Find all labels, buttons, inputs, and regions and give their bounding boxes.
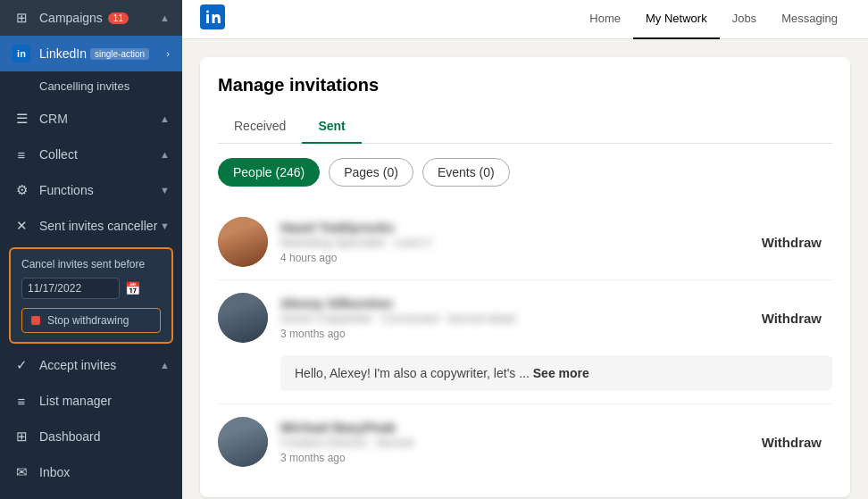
sidebar-item-inbox[interactable]: ✉ Inbox	[0, 454, 182, 490]
linkedin-logo	[200, 4, 225, 35]
dashboard-icon: ⊞	[13, 428, 30, 445]
sidebar-item-crm[interactable]: ☰ CRM ▲	[0, 101, 182, 137]
invite-info: Alexey Silkoreton Senior Copywriter · Co…	[280, 295, 751, 340]
topnav-home[interactable]: Home	[577, 0, 633, 39]
sidebar-item-list-manager[interactable]: ≡ List manager	[0, 383, 182, 419]
collect-label: Collect	[39, 147, 78, 162]
topnav-jobs[interactable]: Jobs	[720, 0, 769, 39]
close-icon: ✕	[13, 217, 30, 235]
campaigns-chevron: ▲	[160, 12, 170, 23]
stop-withdrawing-button[interactable]: Stop withdrawing	[21, 308, 161, 333]
invite-row: Michael BazyPeak Creative Director · blu…	[218, 404, 832, 479]
invite-info: Michael BazyPeak Creative Director · blu…	[280, 420, 751, 464]
filter-pages[interactable]: Pages (0)	[329, 158, 413, 187]
sidebar-item-dashboard[interactable]: ⊞ Dashboard	[0, 419, 182, 454]
invite-time: 3 months ago	[280, 452, 751, 464]
calendar-icon: 📅	[125, 281, 140, 295]
sidebar-item-sent-invites-canceller[interactable]: ✕ Sent invites canceller ▼	[0, 208, 182, 244]
invite-name: Michael BazyPeak	[280, 420, 751, 435]
filter-people[interactable]: People (246)	[218, 158, 320, 187]
sidebar-item-accept-invites[interactable]: ✓ Accept invites ▲	[0, 347, 182, 383]
collect-chevron: ▲	[160, 149, 170, 160]
withdraw-button[interactable]: Withdraw	[751, 229, 832, 255]
cancel-box-label: Cancel invites sent before	[21, 258, 161, 270]
main-content: Home My Network Jobs Messaging Manage in…	[182, 0, 868, 499]
manage-area: Manage invitations Received Sent People …	[182, 39, 868, 499]
message-preview: Hello, Alexey! I'm also a copywriter, le…	[280, 355, 832, 391]
topnav-messaging[interactable]: Messaging	[769, 0, 850, 39]
filter-events[interactable]: Events (0)	[422, 158, 510, 187]
sidebar-item-settings[interactable]: ⚙ Settings ▲	[0, 490, 182, 499]
inbox-label: Inbox	[39, 465, 70, 479]
cancelling-invites-label: Cancelling invites	[39, 79, 129, 93]
manage-card: Manage invitations Received Sent People …	[200, 57, 850, 497]
sidebar-item-functions[interactable]: ⚙ Functions ▼	[0, 172, 182, 208]
list-manager-label: List manager	[39, 394, 112, 408]
crm-chevron: ▲	[160, 113, 170, 124]
crm-icon: ☰	[13, 110, 30, 128]
stop-withdrawing-label: Stop withdrawing	[47, 314, 129, 327]
sidebar-item-cancelling-invites[interactable]: Cancelling invites	[0, 71, 182, 101]
accept-icon: ✓	[13, 356, 30, 374]
manage-title: Manage invitations	[218, 75, 832, 96]
invite-time: 4 hours ago	[280, 252, 751, 264]
sent-invites-canceller-chevron: ▼	[160, 220, 170, 231]
sidebar-item-collect[interactable]: ≡ Collect ▲	[0, 137, 182, 172]
functions-chevron: ▼	[160, 185, 170, 195]
inbox-icon: ✉	[13, 463, 30, 481]
filter-row: People (246) Pages (0) Events (0)	[218, 158, 832, 187]
list-icon: ≡	[13, 392, 30, 410]
invite-detail: Senior Copywriter · Connected · blurred …	[280, 312, 751, 325]
tab-sent[interactable]: Sent	[302, 110, 361, 144]
sidebar: ⊞ Campaigns 11 ▲ in LinkedIn single-acti…	[0, 0, 182, 499]
invite-time: 3 months ago	[280, 328, 751, 340]
campaigns-label: Campaigns	[39, 11, 103, 25]
invite-row: Alexey Silkoreton Senior Copywriter · Co…	[218, 280, 832, 404]
functions-icon: ⚙	[13, 181, 30, 199]
invite-name: Hazel Toddyrocks	[280, 220, 751, 235]
accept-invites-label: Accept invites	[39, 358, 116, 372]
linkedin-label: LinkedIn	[39, 46, 87, 61]
invite-detail: Marketing Specialist · Level 2	[280, 236, 751, 249]
accept-invites-chevron: ▲	[160, 360, 170, 370]
invitation-tabs: Received Sent	[218, 110, 832, 144]
avatar	[218, 217, 268, 267]
stop-dot-icon	[31, 316, 40, 325]
dashboard-label: Dashboard	[39, 429, 101, 444]
avatar	[218, 417, 268, 467]
functions-label: Functions	[39, 183, 94, 197]
sidebar-item-linkedin[interactable]: in LinkedIn single-action ›	[0, 36, 182, 71]
linkedin-icon: in	[13, 45, 30, 62]
invite-row: Hazel Toddyrocks Marketing Specialist · …	[218, 204, 832, 280]
topnav-my-network[interactable]: My Network	[633, 0, 720, 39]
avatar	[218, 293, 268, 343]
withdraw-button[interactable]: Withdraw	[751, 429, 832, 455]
invite-detail: Creative Director · blurred	[280, 436, 751, 449]
see-more-link[interactable]: See more	[533, 366, 589, 380]
invite-info: Hazel Toddyrocks Marketing Specialist · …	[280, 220, 751, 264]
date-input[interactable]	[21, 278, 120, 299]
invite-name: Alexey Silkoreton	[280, 295, 751, 311]
top-navigation: Home My Network Jobs Messaging	[182, 0, 868, 39]
date-input-row: 📅	[21, 278, 161, 299]
sent-invites-canceller-label: Sent invites canceller	[39, 219, 157, 233]
topnav-links: Home My Network Jobs Messaging	[577, 0, 850, 39]
campaigns-icon: ⊞	[13, 9, 30, 27]
message-text: Hello, Alexey! I'm also a copywriter, le…	[295, 366, 530, 380]
cancel-invites-box: Cancel invites sent before 📅 Stop withdr…	[9, 247, 173, 344]
tab-received[interactable]: Received	[218, 110, 302, 144]
crm-label: CRM	[39, 112, 68, 126]
linkedin-chevron: ›	[166, 48, 170, 59]
linkedin-sublabel: single-action	[90, 48, 149, 60]
campaigns-badge: 11	[108, 12, 129, 24]
withdraw-button[interactable]: Withdraw	[751, 305, 832, 331]
collect-icon: ≡	[13, 146, 30, 163]
sidebar-item-campaigns[interactable]: ⊞ Campaigns 11 ▲	[0, 0, 182, 36]
